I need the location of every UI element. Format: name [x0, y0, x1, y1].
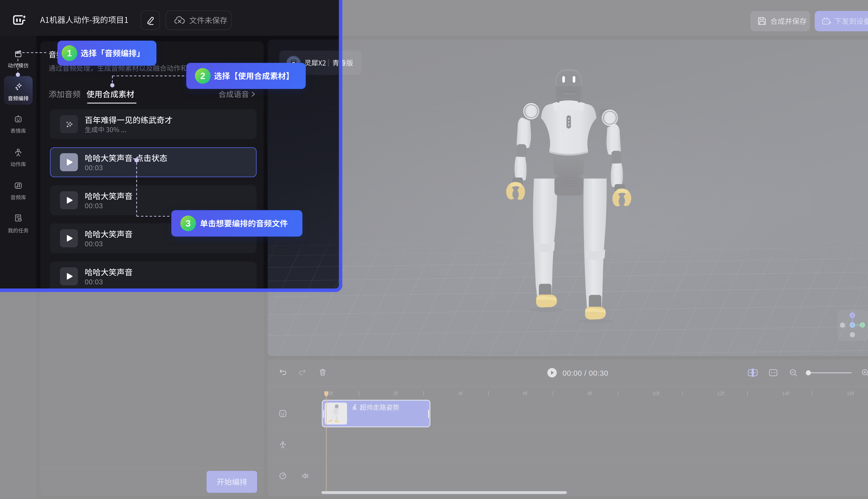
svg-text:Y: Y: [851, 323, 853, 327]
svg-text:Z: Z: [851, 313, 853, 317]
svg-text:X: X: [861, 323, 864, 327]
